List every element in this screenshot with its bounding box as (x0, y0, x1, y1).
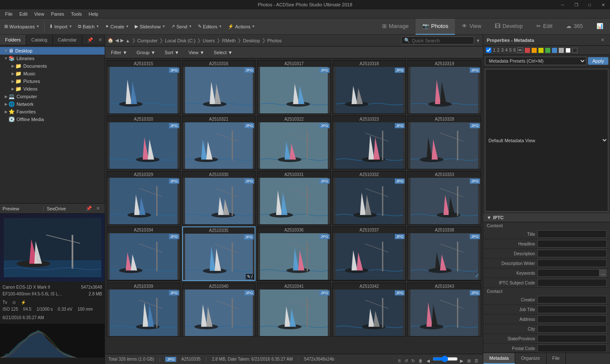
sort-button[interactable]: Sort ▼ (161, 49, 183, 56)
meta-input-keywords[interactable] (538, 269, 599, 277)
breadcrumb-rmeth[interactable]: RMeth (222, 38, 236, 43)
photo-item-A2510343[interactable]: A2510343 JPG (408, 283, 481, 336)
meta-input-description-writer[interactable] (538, 259, 607, 267)
nav-home-icon[interactable]: 🏠 (108, 38, 114, 43)
photo-item-A2510338[interactable]: A2510338 JPG ✓ (408, 226, 481, 281)
meta-input-description[interactable] (538, 250, 607, 257)
toggle-music[interactable]: ▶ (10, 72, 15, 76)
close-preview-button[interactable]: ✕ (94, 205, 102, 212)
meta-input-job-title[interactable] (538, 306, 607, 313)
tree-item-videos[interactable]: ▶ 📁 Videos (0, 85, 105, 93)
tree-item-desktop[interactable]: ▼ 🖥 Desktop (0, 47, 105, 55)
search-options-button[interactable]: ▼ (476, 38, 480, 43)
slideshow-button[interactable]: ▶ Slideshow ▼ (132, 22, 168, 30)
toggle-favorites[interactable]: ▶ (3, 110, 8, 114)
nav-forward-icon[interactable]: ▶ (120, 38, 124, 43)
copy-icon[interactable]: ⎘ (398, 358, 401, 363)
tab-view[interactable]: 👁 View (455, 19, 488, 35)
rotate-right-icon[interactable]: ↻ (411, 358, 415, 363)
photo-item-A2510317[interactable]: A2510317 JPG (257, 60, 331, 114)
photo-item-A2510329[interactable]: A2510329 JPG (107, 171, 180, 225)
toggle-desktop[interactable]: ▼ (3, 49, 8, 53)
menu-item-view[interactable]: View (31, 11, 48, 17)
restore-button[interactable]: ❐ (569, 0, 583, 9)
filter-button[interactable]: Filter ▼ (108, 49, 130, 56)
tree-item-libraries[interactable]: ▼ 📚 Libraries (0, 55, 105, 62)
tree-item-pictures[interactable]: ▶ 📁 Pictures (0, 77, 105, 85)
meta-input-city[interactable] (538, 325, 607, 333)
tree-item-offline[interactable]: ▶ 💽 Offline Media (0, 116, 105, 123)
rotate-left-icon[interactable]: ↺ (405, 358, 408, 363)
photo-item-A2510323[interactable]: A2510323 JPG (333, 116, 406, 169)
color-red[interactable] (525, 48, 530, 53)
group-button[interactable]: Group ▼ (133, 49, 158, 56)
tree-item-computer[interactable]: ▶ 💻 Computer (0, 93, 105, 100)
photo-item-A2510332[interactable]: A2510332 JPG (333, 171, 406, 225)
tree-item-network[interactable]: ▶ 🌐 Network (0, 100, 105, 108)
photo-item-A2510316[interactable]: A2510316 JPG (182, 60, 256, 114)
photo-item-A2510320[interactable]: A2510320 JPG (107, 116, 180, 169)
grid-view-icon[interactable]: ⊞ (467, 358, 471, 363)
calendar-tab[interactable]: Calendar (53, 35, 83, 45)
file-bottom-tab[interactable]: File (546, 353, 566, 364)
photo-item-A2510342[interactable]: A2510342 JPG (333, 283, 406, 336)
menu-item-file[interactable]: File (2, 11, 16, 17)
toggle-libraries[interactable]: ▼ (3, 56, 8, 61)
photo-item-A2510319[interactable]: A2510319 JPG (408, 60, 481, 114)
photo-item-A2510337[interactable]: A2510337 JPG (333, 226, 406, 281)
meta-input-iptc-subject-code[interactable] (538, 279, 607, 287)
menu-item-tools[interactable]: Tools (68, 11, 86, 17)
select-button[interactable]: Select ▼ (210, 49, 236, 56)
toggle-network[interactable]: ▶ (3, 102, 8, 106)
breadcrumb-users[interactable]: Users (202, 38, 215, 43)
metadata-view-select[interactable]: Default Metadata View (485, 69, 608, 212)
color-none[interactable] (572, 48, 577, 53)
photo-item-A2510335[interactable]: A2510335 JPG ✎ / (182, 226, 256, 281)
nav-up-icon[interactable]: ▲ (125, 38, 130, 43)
tab-develop[interactable]: 🎞 Develop (488, 19, 530, 35)
apply-button[interactable]: Apply (588, 57, 608, 65)
breadcrumb-photos[interactable]: Photos (267, 38, 282, 43)
slider-left[interactable]: ◀ (427, 358, 430, 363)
pin-button[interactable]: 📌 (85, 36, 96, 44)
metadata-bottom-tab[interactable]: Metadata (483, 353, 515, 364)
tab-stats[interactable]: 📊 (590, 19, 610, 35)
send-button[interactable]: ↗ Send ▼ (169, 22, 194, 30)
photo-item-A2510336[interactable]: A2510336 JPG (257, 226, 331, 281)
color-green[interactable] (545, 48, 550, 53)
tree-item-documents[interactable]: ▶ 📁 Documents (0, 62, 105, 70)
minimize-button[interactable]: ─ (556, 0, 569, 9)
color-blue[interactable] (552, 48, 557, 53)
toggle-documents[interactable]: ▶ (10, 64, 15, 68)
create-button[interactable]: ✦ Create ▼ (103, 22, 131, 30)
menu-item-edit[interactable]: Edit (16, 11, 31, 17)
color-gray[interactable] (559, 48, 564, 53)
photo-item-A2510339[interactable]: A2510339 JPG (107, 283, 180, 336)
keywords-dots-button[interactable]: ... (599, 269, 607, 277)
meta-input-headline[interactable] (538, 240, 607, 248)
editors-button[interactable]: ✎ Editors ▼ (195, 22, 225, 30)
toggle-pictures[interactable]: ▶ (10, 79, 15, 83)
photo-item-A2510328[interactable]: A2510328 JPG (408, 116, 481, 169)
meta-input-title[interactable] (538, 230, 607, 238)
meta-input-state-province[interactable] (538, 335, 607, 342)
slider-right[interactable]: ▶ (460, 358, 463, 363)
photo-item-A2510334[interactable]: A2510334 JPG (107, 226, 180, 281)
close-properties-button[interactable]: ✕ (599, 36, 607, 44)
metadata-preset-select[interactable]: Metadata Presets (Ctrl+M) (485, 57, 586, 65)
photo-item-A2510331[interactable]: A2510331 JPG (257, 171, 331, 225)
zoom-slider[interactable] (433, 356, 458, 362)
photo-item-A2510315[interactable]: A2510315 JPG (107, 60, 180, 114)
toggle-computer[interactable]: ▶ (3, 94, 8, 99)
batch-button[interactable]: ⧉ Batch ▼ (75, 22, 102, 30)
meta-input-address[interactable] (538, 315, 607, 323)
toggle-videos[interactable]: ▶ (10, 87, 15, 91)
maximize-button[interactable]: □ (583, 0, 596, 9)
photo-item-A2510341[interactable]: A2510341 JPG (257, 283, 331, 336)
breadcrumb-desktop[interactable]: Desktop (243, 38, 260, 43)
close-button[interactable]: ✕ (596, 0, 610, 9)
menu-item-help[interactable]: Help (85, 11, 102, 17)
color-white[interactable] (566, 48, 571, 53)
iptc-header[interactable]: ▼ IPTC (483, 213, 610, 222)
search-input[interactable] (412, 38, 471, 43)
